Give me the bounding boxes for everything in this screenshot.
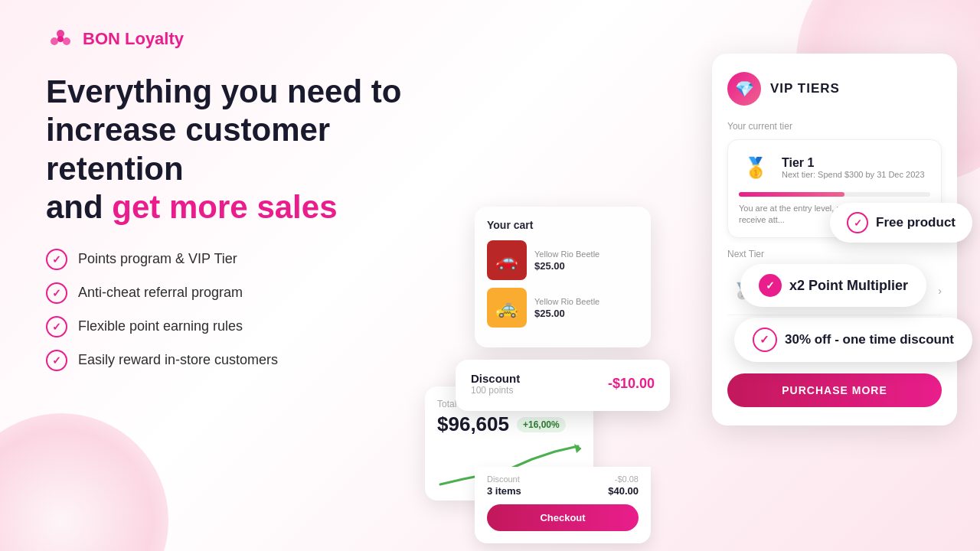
check-icon-4: ✓ [46, 350, 67, 371]
multiplier-check-icon: ✓ [759, 274, 782, 297]
free-product-check-icon: ✓ [847, 212, 868, 233]
discount-popup-label: Discount [471, 372, 520, 385]
bon-loyalty-logo-icon [46, 24, 75, 54]
discount-popup-row: Discount 100 points -$10.00 [471, 372, 655, 396]
left-content: Everything you need to increase customer… [46, 73, 475, 371]
cart-title: Your cart [487, 219, 639, 231]
tier1-name: Tier 1 [782, 156, 925, 170]
bg-decoration-bottom [0, 413, 168, 551]
feature-item-2: ✓ Anti-cheat referral program [46, 282, 475, 304]
hero-headline: Everything you need to increase customer… [46, 73, 475, 227]
feature-item-1: ✓ Points program & VIP Tier [46, 249, 475, 270]
feature-label-3: Flexible point earning rules [78, 318, 243, 334]
tier1-top: 🥇 Tier 1 Next tier: Spend $300 by 31 Dec… [739, 151, 930, 184]
cart-item-2-image: 🚕 [487, 288, 527, 328]
checkout-total-val: $40.00 [608, 485, 639, 497]
current-tier-label: Your current tier [727, 121, 942, 132]
revenue-row: $96,605 +16,00% [437, 412, 581, 436]
free-product-badge: ✓ Free product [830, 203, 972, 243]
cart-item-1-name: Yellow Rio Beetle [534, 249, 639, 259]
headline-line3: and [46, 189, 112, 225]
vip-icon: 💎 [727, 72, 761, 106]
revenue-badge: +16,00% [517, 417, 566, 432]
checkout-discount-line: Discount -$0.08 [487, 474, 639, 484]
cart-item-1-price: $25.00 [534, 260, 639, 272]
revenue-amount: $96,605 [437, 412, 509, 436]
logo-text: BON Loyalty [83, 29, 184, 49]
next-tier-label: Next Tier [727, 249, 942, 259]
checkout-total-items: 3 items [487, 485, 521, 497]
tier1-progress-bar-fill [739, 192, 844, 197]
tier1-badge-icon: 🥇 [739, 151, 773, 184]
checkout-button[interactable]: Checkout [487, 504, 639, 531]
cart-item-1-image: 🚗 [487, 240, 527, 280]
checkout-discount-label: Discount [487, 474, 520, 484]
tier1-subtitle: Next tier: Spend $300 by 31 Dec 2023 [782, 170, 925, 179]
discount-popup: Discount 100 points -$10.00 [456, 360, 670, 411]
svg-point-2 [63, 37, 70, 45]
discount-check-icon: ✓ [753, 328, 777, 352]
tier1-info: Tier 1 Next tier: Spend $300 by 31 Dec 2… [782, 156, 925, 179]
checkout-discount-val: -$0.08 [615, 474, 639, 484]
tier2-chevron-icon: › [938, 285, 942, 297]
cart-item-1: 🚗 Yellow Rio Beetle $25.00 [487, 240, 639, 280]
panels-area: 💎 VIP TIERS Your current tier 🥇 Tier 1 N… [413, 38, 965, 528]
check-icon-3: ✓ [46, 316, 67, 337]
multiplier-text: x2 Point Multiplier [789, 278, 908, 294]
svg-point-1 [51, 37, 58, 45]
features-list: ✓ Points program & VIP Tier ✓ Anti-cheat… [46, 249, 475, 371]
feature-label-2: Anti-cheat referral program [78, 285, 243, 301]
checkout-inner: Discount -$0.08 3 items $40.00 Checkout [475, 467, 651, 543]
logo-area: BON Loyalty [46, 24, 184, 54]
multiplier-badge: ✓ x2 Point Multiplier [740, 264, 926, 307]
cart-item-2-name: Yellow Rio Beetle [534, 296, 639, 307]
cart-item-1-details: Yellow Rio Beetle $25.00 [534, 249, 639, 271]
purchase-more-button[interactable]: PURCHASE MORE [727, 373, 942, 407]
feature-item-4: ✓ Easily reward in-store customers [46, 350, 475, 371]
free-product-text: Free product [876, 215, 956, 230]
headline-line1: Everything you need to [46, 73, 401, 109]
feature-item-3: ✓ Flexible point earning rules [46, 316, 475, 337]
vip-panel-header: 💎 VIP TIERS [727, 72, 942, 106]
cart-item-2-price: $25.00 [534, 308, 639, 319]
tier1-progress-bar-bg [739, 192, 930, 197]
checkout-total-line: 3 items $40.00 [487, 485, 639, 497]
feature-label-4: Easily reward in-store customers [78, 352, 278, 368]
vip-title: VIP TIERS [770, 81, 840, 96]
check-icon-2: ✓ [46, 282, 67, 304]
discount-badge: ✓ 30% off - one time discount [734, 318, 972, 362]
cart-item-2-details: Yellow Rio Beetle $25.00 [534, 296, 639, 318]
discount-text: 30% off - one time discount [785, 332, 954, 347]
discount-popup-sub: 100 points [471, 385, 520, 396]
check-icon-1: ✓ [46, 249, 67, 270]
discount-popup-amount: -$10.00 [608, 376, 655, 392]
cart-item-2: 🚕 Yellow Rio Beetle $25.00 [487, 288, 639, 328]
checkout-area: Discount -$0.08 3 items $40.00 Checkout [475, 467, 651, 543]
cart-panel: Your cart 🚗 Yellow Rio Beetle $25.00 🚕 Y… [475, 207, 651, 347]
headline-line2: increase customer retention [46, 112, 330, 186]
feature-label-1: Points program & VIP Tier [78, 251, 237, 267]
svg-point-3 [57, 36, 64, 42]
headline-pink: get more sales [112, 189, 337, 225]
